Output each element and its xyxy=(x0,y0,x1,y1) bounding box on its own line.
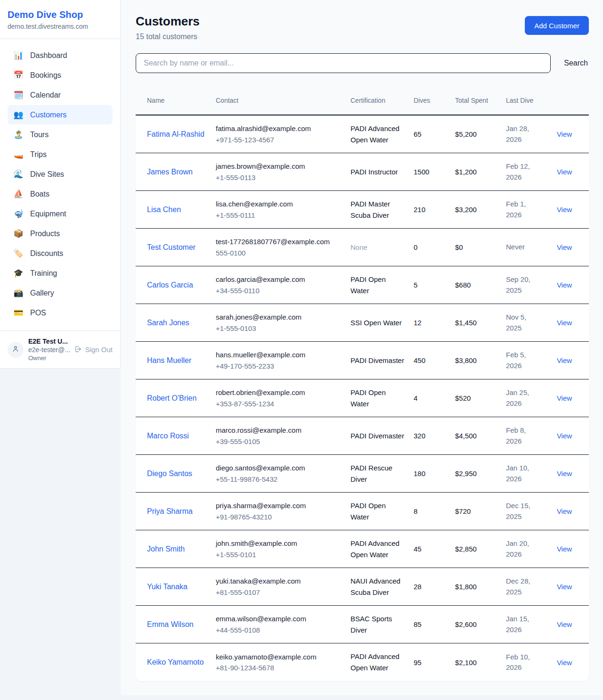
bookings-icon: 📅 xyxy=(13,70,24,80)
sidebar-item-label: Dashboard xyxy=(30,51,67,60)
pos-icon: 💳 xyxy=(13,308,24,318)
page-header: Customers 15 total customers Add Custome… xyxy=(136,14,589,41)
sidebar-item-trips[interactable]: 🚤 Trips xyxy=(8,145,113,164)
customer-name-link[interactable]: Yuki Tanaka xyxy=(147,583,187,591)
sidebar-item-customers[interactable]: 👥 Customers xyxy=(8,105,113,124)
customer-certification: PADI Advanced Open Water xyxy=(350,538,406,560)
customer-phone: +91-98765-43210 xyxy=(216,511,343,522)
column-header-total-spent: Total Spent xyxy=(455,96,498,106)
table-row: Fatima Al-Rashid fatima.alrashid@example… xyxy=(136,115,589,153)
customer-dives: 4 xyxy=(414,394,448,402)
search-button[interactable]: Search xyxy=(563,57,589,69)
customer-name-link[interactable]: James Brown xyxy=(147,168,193,176)
customer-phone: +55-11-99876-5432 xyxy=(216,474,343,485)
table-body: Fatima Al-Rashid fatima.alrashid@example… xyxy=(136,115,589,681)
table-row: Hans Mueller hans.mueller@example.com +4… xyxy=(136,342,589,379)
sidebar-item-dive-sites[interactable]: 🌊 Dive Sites xyxy=(8,165,113,184)
view-link[interactable]: View xyxy=(557,243,572,251)
sidebar-item-boats[interactable]: ⛵ Boats xyxy=(8,184,113,204)
customer-name-link[interactable]: Robert O'Brien xyxy=(147,394,196,402)
customer-name-link[interactable]: Test Customer xyxy=(147,243,196,251)
view-link[interactable]: View xyxy=(557,206,572,214)
sidebar-item-tours[interactable]: 🏝️ Tours xyxy=(8,125,113,144)
customer-certification: NAUI Advanced Scuba Diver xyxy=(350,576,406,598)
sidebar-item-label: Gallery xyxy=(30,289,54,297)
customer-total-spent: $720 xyxy=(455,507,498,515)
customer-dives: 450 xyxy=(414,356,448,364)
customer-name-link[interactable]: Diego Santos xyxy=(147,469,192,478)
customer-phone: +39-555-0105 xyxy=(216,436,343,447)
view-link[interactable]: View xyxy=(557,469,572,478)
customer-certification: PADI Instructor xyxy=(350,166,406,178)
user-icon xyxy=(12,345,19,354)
customer-email: diego.santos@example.com xyxy=(216,462,343,473)
customer-name-link[interactable]: Marco Rossi xyxy=(147,432,189,440)
search-input[interactable] xyxy=(136,53,551,73)
products-icon: 📦 xyxy=(13,229,24,239)
table-row: Lisa Chen lisa.chen@example.com +1-555-0… xyxy=(136,191,589,229)
sidebar-item-dashboard[interactable]: 📊 Dashboard xyxy=(8,46,113,65)
add-customer-button[interactable]: Add Customer xyxy=(525,16,589,35)
view-link[interactable]: View xyxy=(557,319,572,327)
table-row: Sarah Jones sarah.jones@example.com +1-5… xyxy=(136,304,589,342)
sidebar-item-discounts[interactable]: 🏷️ Discounts xyxy=(8,244,113,263)
view-link[interactable]: View xyxy=(557,583,572,591)
view-link[interactable]: View xyxy=(557,394,572,402)
customer-email: emma.wilson@example.com xyxy=(216,613,343,624)
user-name: E2E Test U... xyxy=(28,338,69,345)
customer-phone: 555-0100 xyxy=(216,247,343,258)
customer-dives: 8 xyxy=(414,507,448,515)
sidebar-item-gallery[interactable]: 📸 Gallery xyxy=(8,283,113,303)
sign-out-button[interactable]: Sign Out xyxy=(74,345,113,354)
customer-certification: SSI Open Water xyxy=(350,317,406,329)
customer-name-link[interactable]: Emma Wilson xyxy=(147,620,194,628)
sidebar-item-label: Bookings xyxy=(30,71,61,80)
column-header-certification: Certification xyxy=(350,96,406,106)
customer-total-spent: $2,100 xyxy=(455,659,498,667)
view-link[interactable]: View xyxy=(557,130,572,138)
equipment-icon: 🤿 xyxy=(13,209,24,219)
customer-last-dive: Sep 20, 2025 xyxy=(506,274,544,296)
total-customers-count: 15 total customers xyxy=(136,33,200,41)
sidebar-item-label: Products xyxy=(30,230,60,238)
dive-sites-icon: 🌊 xyxy=(13,169,24,179)
view-link[interactable]: View xyxy=(557,356,572,364)
view-link[interactable]: View xyxy=(557,507,572,515)
sidebar-item-bookings[interactable]: 📅 Bookings xyxy=(8,66,113,85)
customer-name-link[interactable]: Priya Sharma xyxy=(147,507,193,515)
view-link[interactable]: View xyxy=(557,432,572,440)
customer-dives: 85 xyxy=(414,620,448,628)
customer-email: carlos.garcia@example.com xyxy=(216,274,343,285)
view-link[interactable]: View xyxy=(557,545,572,553)
customer-name-link[interactable]: Sarah Jones xyxy=(147,319,189,327)
customer-total-spent: $2,600 xyxy=(455,620,498,628)
customer-certification: PADI Open Water xyxy=(350,500,406,523)
view-link[interactable]: View xyxy=(557,168,572,176)
view-link[interactable]: View xyxy=(557,659,572,667)
customer-name-link[interactable]: Fatima Al-Rashid xyxy=(147,130,204,138)
customer-email: yuki.tanaka@example.com xyxy=(216,576,343,586)
table-row: Priya Sharma priya.sharma@example.com +9… xyxy=(136,493,589,530)
discounts-icon: 🏷️ xyxy=(13,248,24,258)
customer-name-link[interactable]: Lisa Chen xyxy=(147,206,181,214)
customer-email: priya.sharma@example.com xyxy=(216,500,343,511)
sidebar-item-calendar[interactable]: 🗓️ Calendar xyxy=(8,85,113,105)
table-row: Emma Wilson emma.wilson@example.com +44-… xyxy=(136,606,589,643)
sidebar-item-label: Discounts xyxy=(30,249,63,258)
view-link[interactable]: View xyxy=(557,281,572,289)
sidebar-item-label: Trips xyxy=(30,150,47,159)
sidebar-item-products[interactable]: 📦 Products xyxy=(8,224,113,243)
table-row: John Smith john.smith@example.com +1-555… xyxy=(136,530,589,568)
customer-name-link[interactable]: Carlos Garcia xyxy=(147,281,193,289)
customer-name-link[interactable]: John Smith xyxy=(147,545,185,553)
customer-name-link[interactable]: Keiko Yamamoto xyxy=(147,658,204,666)
sidebar-item-equipment[interactable]: 🤿 Equipment xyxy=(8,204,113,223)
view-link[interactable]: View xyxy=(557,620,572,628)
table-row: Yuki Tanaka yuki.tanaka@example.com +81-… xyxy=(136,568,589,606)
sidebar-item-pos[interactable]: 💳 POS xyxy=(8,303,113,322)
user-meta: E2E Test U... e2e-tester@... Owner xyxy=(28,338,69,362)
shop-domain: demo.test.divestreams.com xyxy=(8,23,113,30)
customer-phone: +1-555-0101 xyxy=(216,549,343,560)
sidebar-item-training[interactable]: 🎓 Training xyxy=(8,264,113,283)
customer-name-link[interactable]: Hans Mueller xyxy=(147,356,191,364)
